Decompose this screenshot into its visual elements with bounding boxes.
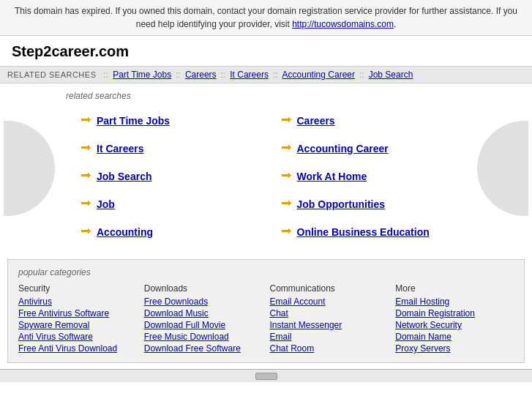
link-part-time-jobs[interactable]: Part Time Jobs bbox=[97, 115, 170, 127]
pop-link[interactable]: Free Music Download bbox=[144, 332, 263, 342]
arrow-icon: ⮕ bbox=[281, 142, 293, 155]
pop-link[interactable]: Instant Messenger bbox=[270, 320, 389, 330]
scroll-thumb[interactable] bbox=[255, 373, 277, 380]
col-header-more: More bbox=[395, 283, 514, 294]
site-title: Step2career.com bbox=[0, 36, 532, 66]
pop-link[interactable]: Chat Room bbox=[270, 343, 389, 354]
sep3: :: bbox=[221, 70, 226, 80]
arrow-icon: ⮕ bbox=[281, 170, 293, 183]
arrow-icon: ⮕ bbox=[281, 114, 293, 127]
arrow-icon: ⮕ bbox=[80, 225, 92, 239]
notice-bar: This domain has expired. If you owned th… bbox=[0, 0, 532, 36]
sep5: :: bbox=[359, 70, 364, 80]
list-item: ⮕ Online Business Education bbox=[266, 218, 467, 246]
link-job-search[interactable]: Job Search bbox=[97, 171, 151, 182]
arrow-icon: ⮕ bbox=[80, 114, 92, 127]
sep1: :: bbox=[104, 70, 109, 80]
link-it-careers[interactable]: It Careers bbox=[97, 143, 144, 154]
pop-link[interactable]: Email bbox=[270, 332, 389, 342]
col-header-communications: Communications bbox=[270, 283, 389, 294]
pop-link[interactable]: Download Full Movie bbox=[144, 320, 263, 330]
link-job-opportunities[interactable]: Job Opportunities bbox=[297, 198, 386, 210]
list-item: ⮕ Work At Home bbox=[266, 163, 467, 190]
pop-link[interactable]: Email Hosting bbox=[395, 297, 514, 307]
pop-link[interactable]: Email Account bbox=[270, 297, 389, 307]
related-link-accounting-career[interactable]: Accounting Career bbox=[282, 70, 355, 80]
bottom-scrollbar[interactable] bbox=[0, 369, 532, 382]
related-link-careers[interactable]: Careers bbox=[185, 70, 217, 80]
link-careers[interactable]: Careers bbox=[297, 115, 335, 127]
link-accounting[interactable]: Accounting bbox=[97, 226, 153, 238]
list-item: ⮕ It Careers bbox=[66, 135, 266, 163]
deco-right bbox=[473, 83, 532, 253]
link-work-at-home[interactable]: Work At Home bbox=[297, 171, 367, 182]
pop-link[interactable]: Network Security bbox=[395, 320, 514, 330]
link-online-business-education[interactable]: Online Business Education bbox=[297, 226, 430, 238]
popular-label: popular categories bbox=[18, 267, 514, 277]
list-item: ⮕ Job Search bbox=[66, 163, 266, 190]
deco-circle-right bbox=[477, 121, 528, 216]
sep4: :: bbox=[273, 70, 278, 80]
pop-link[interactable]: Free Anti Virus Download bbox=[18, 343, 137, 354]
related-label: RELATED SEARCHES bbox=[7, 70, 97, 79]
pop-col-communications: Communications Email Account Chat Instan… bbox=[270, 283, 389, 355]
pop-link[interactable]: Domain Name bbox=[395, 332, 514, 342]
arrow-icon: ⮕ bbox=[80, 142, 92, 155]
list-item: ⮕ Careers bbox=[266, 107, 467, 135]
notice-link[interactable]: http://tucowsdomains.com bbox=[292, 19, 394, 29]
pop-col-more: More Email Hosting Domain Registration N… bbox=[395, 283, 514, 355]
list-item: ⮕ Accounting Career bbox=[266, 135, 467, 163]
main-content: related searches ⮕ Part Time Jobs ⮕ Care… bbox=[0, 83, 532, 253]
link-job[interactable]: Job bbox=[97, 198, 115, 210]
deco-circle-left bbox=[4, 121, 55, 216]
pop-link[interactable]: Download Music bbox=[144, 308, 263, 318]
search-links: ⮕ Part Time Jobs ⮕ Careers ⮕ It Careers … bbox=[66, 107, 466, 246]
pop-link[interactable]: Download Free Software bbox=[144, 343, 263, 354]
list-item: ⮕ Job Opportunities bbox=[266, 190, 467, 218]
pop-link[interactable]: Antivirus bbox=[18, 297, 137, 307]
list-item: ⮕ Job bbox=[66, 190, 266, 218]
arrow-icon: ⮕ bbox=[80, 170, 92, 183]
pop-link[interactable]: Chat bbox=[270, 308, 389, 318]
pop-col-downloads: Downloads Free Downloads Download Music … bbox=[144, 283, 263, 355]
arrow-icon: ⮕ bbox=[281, 225, 293, 239]
list-item: ⮕ Part Time Jobs bbox=[66, 107, 266, 135]
col-header-downloads: Downloads bbox=[144, 283, 263, 294]
pop-link[interactable]: Free Downloads bbox=[144, 297, 263, 307]
sep2: :: bbox=[176, 70, 181, 80]
pop-col-security: Security Antivirus Free Antivirus Softwa… bbox=[18, 283, 137, 355]
related-link-job-search[interactable]: Job Search bbox=[369, 70, 413, 80]
related-bar: RELATED SEARCHES :: Part Time Jobs :: Ca… bbox=[0, 66, 532, 83]
pop-link[interactable]: Proxy Servers bbox=[395, 343, 514, 354]
link-accounting-career[interactable]: Accounting Career bbox=[297, 143, 389, 154]
pop-link[interactable]: Spyware Removal bbox=[18, 320, 137, 330]
col-header-security: Security bbox=[18, 283, 137, 294]
search-area: related searches ⮕ Part Time Jobs ⮕ Care… bbox=[59, 83, 473, 253]
arrow-icon: ⮕ bbox=[281, 198, 293, 211]
pop-link[interactable]: Free Antivirus Software bbox=[18, 308, 137, 318]
pop-link[interactable]: Anti Virus Software bbox=[18, 332, 137, 342]
search-section-label: related searches bbox=[66, 91, 466, 101]
related-link-it-careers[interactable]: It Careers bbox=[230, 70, 269, 80]
notice-text: This domain has expired. If you owned th… bbox=[15, 6, 517, 29]
deco-left bbox=[0, 83, 59, 253]
popular-grid: Security Antivirus Free Antivirus Softwa… bbox=[18, 283, 514, 355]
arrow-icon: ⮕ bbox=[80, 198, 92, 211]
list-item: ⮕ Accounting bbox=[66, 218, 266, 246]
popular-section: popular categories Security Antivirus Fr… bbox=[7, 259, 525, 363]
pop-link[interactable]: Domain Registration bbox=[395, 308, 514, 318]
related-link-part-time-jobs[interactable]: Part Time Jobs bbox=[113, 70, 171, 80]
